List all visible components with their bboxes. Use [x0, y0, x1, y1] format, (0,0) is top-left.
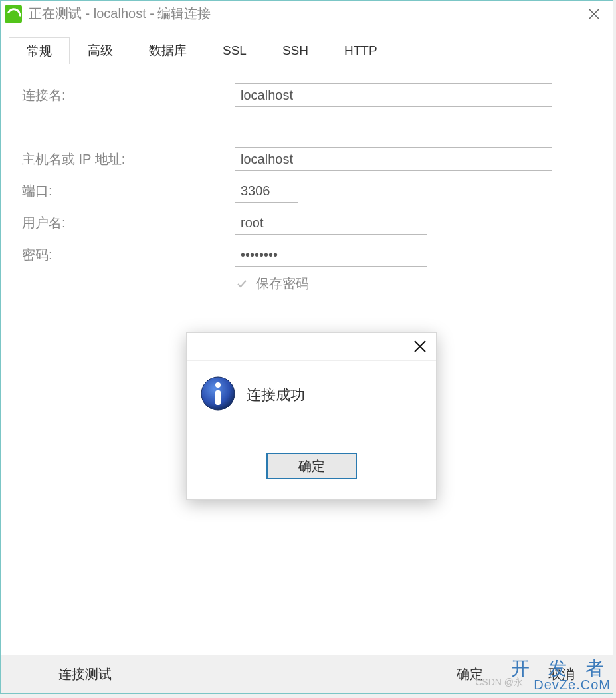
connection-name-input[interactable]	[235, 83, 552, 107]
dialog-footer: 连接测试 确定 取消	[1, 655, 613, 693]
cancel-button[interactable]: 取消	[518, 661, 605, 689]
tab-label: HTTP	[344, 43, 377, 58]
tab-general[interactable]: 常规	[9, 37, 70, 64]
tab-ssl[interactable]: SSL	[205, 37, 264, 64]
tab-label: 常规	[27, 43, 52, 60]
connection-name-label: 连接名:	[22, 86, 235, 104]
info-icon	[200, 376, 236, 411]
save-password-checkbox[interactable]	[235, 277, 249, 291]
host-input[interactable]	[235, 147, 552, 171]
tab-label: SSL	[223, 43, 247, 58]
modal-ok-button[interactable]: 确定	[266, 453, 357, 479]
port-label: 端口:	[22, 182, 235, 200]
username-label: 用户名:	[22, 214, 235, 232]
window-close-button[interactable]	[581, 4, 607, 24]
close-icon	[588, 8, 600, 20]
row-connection-name: 连接名:	[22, 83, 591, 107]
close-icon	[413, 340, 427, 353]
svg-rect-2	[215, 390, 221, 405]
row-port: 端口:	[22, 179, 591, 203]
row-host: 主机名或 IP 地址:	[22, 147, 591, 171]
titlebar: 正在测试 - localhost - 编辑连接	[1, 1, 613, 27]
password-input[interactable]	[235, 243, 427, 267]
tab-http[interactable]: HTTP	[326, 37, 395, 64]
success-modal: 连接成功 确定	[186, 332, 437, 500]
modal-body: 连接成功	[187, 361, 436, 453]
save-password-label: 保存密码	[256, 275, 309, 292]
username-input[interactable]	[235, 211, 427, 235]
modal-titlebar	[187, 333, 436, 361]
form-area: 连接名: 主机名或 IP 地址: 端口: 用户名: 密码:	[9, 64, 605, 311]
modal-message: 连接成功	[247, 376, 305, 405]
host-label: 主机名或 IP 地址:	[22, 150, 235, 168]
tab-advanced[interactable]: 高级	[70, 37, 131, 64]
svg-point-1	[215, 382, 221, 388]
tab-database[interactable]: 数据库	[131, 37, 205, 64]
ok-button[interactable]: 确定	[427, 661, 513, 689]
row-password: 密码:	[22, 243, 591, 267]
tab-label: 数据库	[149, 42, 187, 59]
modal-footer: 确定	[187, 453, 436, 499]
test-connection-button[interactable]: 连接测试	[9, 661, 161, 689]
port-input[interactable]	[235, 179, 298, 203]
tab-bar: 常规 高级 数据库 SSL SSH HTTP	[9, 37, 605, 64]
row-username: 用户名:	[22, 211, 591, 235]
navicat-icon	[5, 5, 22, 23]
tab-ssh[interactable]: SSH	[264, 37, 326, 64]
window-title: 正在测试 - localhost - 编辑连接	[29, 5, 581, 23]
tab-label: 高级	[88, 42, 113, 59]
password-label: 密码:	[22, 246, 235, 264]
tab-label: SSH	[282, 43, 308, 58]
modal-close-button[interactable]	[411, 337, 429, 356]
check-icon	[237, 279, 247, 289]
row-save-password: 保存密码	[235, 275, 591, 292]
